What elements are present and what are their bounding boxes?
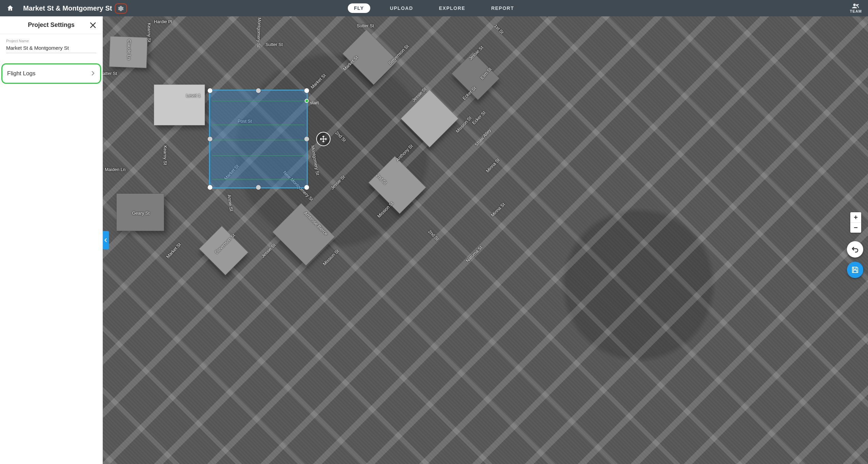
roof-shape — [154, 84, 205, 125]
tab-explore[interactable]: EXPLORE — [433, 3, 471, 13]
flight-path-line — [212, 155, 305, 156]
project-title: Market St & Montgomery St — [23, 3, 127, 13]
flight-logs-item[interactable]: Flight Logs — [1, 63, 101, 84]
resize-handle-se[interactable] — [304, 185, 309, 190]
rotate-handle[interactable] — [316, 132, 331, 146]
resize-handle-nw[interactable] — [208, 88, 212, 93]
resize-handle-ne[interactable] — [304, 88, 309, 93]
top-bar: Market St & Montgomery St FLY UPLOAD EXP… — [0, 0, 868, 16]
roof-shape — [116, 194, 164, 231]
tab-report[interactable]: REPORT — [485, 3, 520, 13]
nav-tabs: FLY UPLOAD EXPLORE REPORT — [348, 3, 520, 13]
collapse-sidebar-button[interactable] — [103, 231, 109, 249]
project-title-text: Market St & Montgomery St — [23, 4, 112, 12]
flight-path-line — [212, 125, 305, 125]
project-name-label: Project Name — [6, 39, 96, 43]
flight-start-label: start — [310, 100, 319, 105]
flight-logs-label: Flight Logs — [7, 70, 35, 77]
main-area: Project Settings Project Name Flight Log… — [0, 16, 868, 464]
resize-handle-s[interactable] — [256, 185, 261, 190]
settings-button[interactable] — [115, 3, 127, 14]
tab-fly[interactable]: FLY — [348, 3, 370, 13]
tab-upload[interactable]: UPLOAD — [384, 3, 419, 13]
flight-path-line — [212, 140, 305, 140]
gear-icon — [118, 5, 124, 12]
flight-path-line — [212, 101, 305, 101]
project-name-input[interactable] — [6, 44, 96, 53]
zoom-in-button[interactable]: + — [850, 212, 861, 222]
resize-handle-sw[interactable] — [208, 185, 212, 190]
resize-handle-w[interactable] — [208, 137, 212, 141]
settings-sidebar: Project Settings Project Name Flight Log… — [0, 16, 103, 464]
chevron-left-icon — [105, 238, 107, 242]
close-icon — [90, 22, 96, 29]
save-button[interactable] — [847, 262, 863, 278]
zoom-out-button[interactable]: − — [850, 222, 861, 233]
resize-handle-e[interactable] — [304, 137, 309, 141]
resize-handle-n[interactable] — [256, 88, 261, 93]
roof-shape — [109, 36, 147, 68]
close-button[interactable] — [88, 20, 98, 30]
save-icon — [851, 266, 859, 274]
sidebar-title: Project Settings — [28, 21, 75, 29]
chevron-right-icon — [91, 70, 95, 77]
map-canvas[interactable]: Hardie Pl Kearny St Claude Ln atter St K… — [103, 16, 868, 464]
flight-path-line — [212, 179, 305, 180]
svg-point-0 — [853, 4, 856, 6]
team-icon — [852, 3, 859, 9]
home-icon — [6, 4, 14, 12]
flight-start-point[interactable] — [305, 99, 309, 103]
zoom-control: + − — [850, 212, 861, 233]
undo-icon — [851, 245, 859, 253]
flight-region[interactable]: start — [209, 90, 308, 188]
sidebar-header: Project Settings — [0, 16, 102, 34]
move-icon — [320, 135, 327, 143]
home-button[interactable] — [0, 0, 20, 16]
project-name-field: Project Name — [0, 34, 102, 55]
team-button[interactable]: TEAM — [848, 2, 864, 15]
undo-button[interactable] — [847, 241, 863, 258]
team-label: TEAM — [850, 9, 862, 13]
